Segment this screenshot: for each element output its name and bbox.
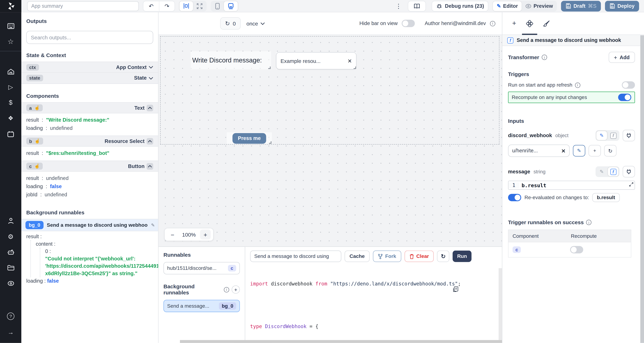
tab-editor[interactable]: ✎ Editor [493, 1, 522, 11]
draft-button[interactable]: Draft ⌘S [561, 0, 601, 11]
fullscreen-button[interactable] [193, 1, 206, 11]
resize-handle[interactable] [269, 141, 272, 144]
center-layout-button[interactable] [180, 1, 193, 11]
static-mode-button[interactable]: ✎ [596, 167, 607, 176]
fork-button[interactable]: Fork [373, 250, 401, 262]
right-panel-scrollbar[interactable] [640, 35, 644, 343]
nav-workers-button[interactable] [0, 244, 21, 260]
nav-favorites-button[interactable]: ☆ [0, 34, 21, 49]
runnable-hub-item[interactable]: hub/1511/discord/se... c [164, 262, 240, 274]
recompute-row-toggle[interactable] [570, 246, 583, 254]
tab-component-settings[interactable] [525, 12, 534, 35]
resize-handle[interactable] [354, 66, 356, 69]
collapse-button[interactable] [147, 104, 153, 111]
copy-icon[interactable] [453, 272, 494, 306]
redo-button[interactable]: ↷ [159, 1, 174, 11]
nav-variables-button[interactable]: $ [0, 95, 21, 110]
resize-handle[interactable] [268, 66, 271, 69]
eval-mode-button[interactable]: f [608, 131, 619, 140]
function-icon: f [610, 168, 616, 175]
reeval-target-pill[interactable]: b.result [592, 193, 620, 202]
eval-mode-button[interactable]: f [608, 167, 619, 176]
nav-folders-button[interactable] [0, 260, 21, 276]
mobile-view-button[interactable] [211, 1, 224, 11]
tab-insert[interactable]: + [511, 12, 517, 35]
info-icon[interactable]: i [575, 82, 580, 88]
chevron-down-icon[interactable] [149, 76, 153, 80]
expand-icon[interactable] [629, 182, 634, 187]
message-expression-editor[interactable]: 1 b.result [508, 181, 635, 190]
app-canvas[interactable]: Write Discord message: Example resou... … [158, 35, 502, 246]
close-icon[interactable]: ✕ [348, 58, 352, 64]
nav-audit-button[interactable] [0, 276, 21, 291]
component-c-row[interactable]: c☝ Button [21, 160, 158, 172]
nav-users-button[interactable] [0, 213, 21, 229]
refresh-count-button[interactable]: ↻ 0 [220, 17, 241, 30]
static-mode-button[interactable]: ✎ [596, 131, 607, 140]
zoom-in-button[interactable]: + [200, 230, 211, 240]
add-background-runnable-button[interactable]: + [232, 286, 240, 294]
code-scrollbar[interactable] [499, 268, 502, 340]
ctx-row[interactable]: ctx App Context [21, 62, 158, 72]
connect-input-button[interactable] [623, 166, 635, 178]
help-button[interactable]: ? [0, 308, 21, 324]
collapse-rail-button[interactable]: → [0, 324, 21, 340]
runnable-name-input[interactable] [250, 250, 342, 262]
search-outputs-input[interactable] [26, 31, 153, 44]
desktop-view-button[interactable] [224, 1, 238, 11]
add-transformer-button[interactable]: +Add [608, 52, 635, 63]
nav-runs-button[interactable]: ▷ [0, 79, 21, 95]
info-icon[interactable]: i [586, 220, 592, 225]
chevron-down-icon[interactable] [149, 66, 153, 68]
clear-button[interactable]: Clear [404, 250, 434, 262]
bg0-result-tree: result : content : 0 : "Could not interp… [21, 231, 158, 284]
tab-preview[interactable]: Preview [522, 1, 557, 11]
debug-runs-button[interactable]: Debug runs (23) [432, 0, 488, 11]
text-component[interactable]: Write Discord message: [190, 51, 271, 69]
refresh-code-button[interactable]: ↻ [437, 250, 449, 262]
app-summary-input[interactable] [27, 1, 139, 11]
component-a-row[interactable]: a☝ Text [21, 102, 158, 113]
refresh-resource-button[interactable]: ↻ [604, 145, 616, 156]
code-editor[interactable]: import discordwebhook from "https://deno… [250, 266, 502, 340]
edit-resource-button[interactable]: ✎ [573, 145, 585, 156]
bg0-row[interactable]: bg_0 Send a message to discord using web… [21, 219, 158, 231]
connect-input-button[interactable] [623, 130, 635, 141]
press-me-button[interactable]: Press me [232, 133, 266, 144]
hide-bar-toggle[interactable] [402, 20, 415, 27]
nav-settings-button[interactable]: ⚙ [0, 229, 21, 244]
info-icon[interactable]: i [542, 54, 547, 60]
collapse-button[interactable] [147, 138, 153, 144]
zoom-out-button[interactable]: − [167, 230, 178, 240]
info-icon[interactable]: i [224, 287, 229, 292]
resource-select-input[interactable]: Example resou... ✕ [276, 52, 356, 70]
nav-home-button[interactable] [0, 64, 21, 79]
windmill-logo[interactable] [0, 0, 21, 12]
runnable-bg-item-selected[interactable]: Send a message... bg_0 [164, 300, 240, 312]
run-button[interactable]: Run [452, 250, 471, 262]
run-on-start-toggle[interactable] [622, 82, 635, 89]
robot-icon [7, 249, 14, 255]
undo-button[interactable]: ↶ [144, 1, 159, 11]
info-icon[interactable]: i [490, 21, 495, 26]
button-component[interactable]: Press me [227, 132, 272, 144]
nav-schedules-button[interactable] [0, 126, 21, 142]
add-resource-button[interactable]: + [588, 145, 601, 156]
more-options-button[interactable]: ⋮ [393, 1, 404, 11]
frequency-dropdown[interactable]: once [246, 20, 265, 26]
recompute-toggle[interactable] [618, 94, 631, 101]
close-icon[interactable]: ✕ [561, 148, 566, 154]
tab-styling[interactable] [542, 12, 551, 35]
state-row[interactable]: state State [21, 73, 158, 84]
reeval-toggle[interactable] [508, 194, 521, 201]
nav-resources-button[interactable]: ❖ [0, 110, 21, 126]
nav-apps-button[interactable] [0, 18, 21, 34]
collapse-button[interactable] [147, 163, 153, 169]
cache-button[interactable]: Cache [345, 250, 370, 262]
deploy-button[interactable]: Deploy [605, 0, 639, 11]
resource-select-component[interactable]: Example resou... ✕ [276, 52, 356, 70]
component-b-row[interactable]: b☝ Resource Select [21, 136, 158, 146]
resource-value-select[interactable]: u/henri/te... ✕ [508, 144, 570, 157]
docs-button[interactable] [408, 0, 426, 11]
edit-icon[interactable]: ✎ [151, 222, 155, 228]
